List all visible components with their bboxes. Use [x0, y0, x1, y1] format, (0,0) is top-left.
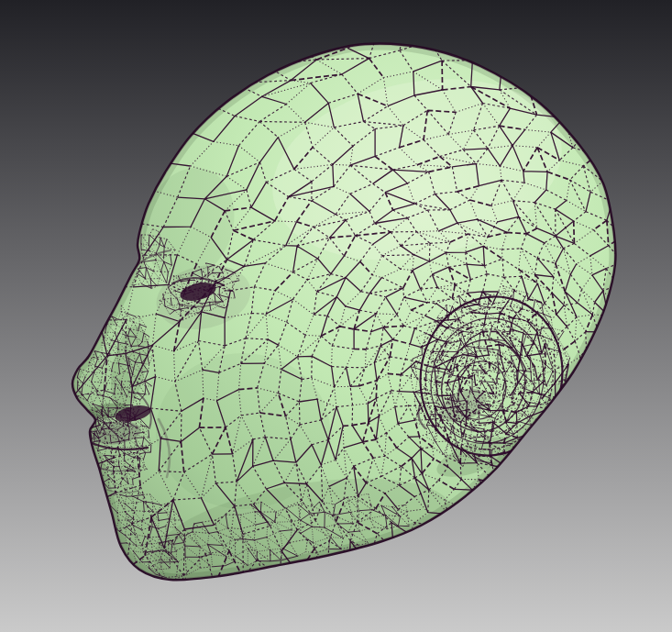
mesh-viewer-window: [0, 0, 672, 632]
3d-viewport[interactable]: [0, 0, 672, 632]
